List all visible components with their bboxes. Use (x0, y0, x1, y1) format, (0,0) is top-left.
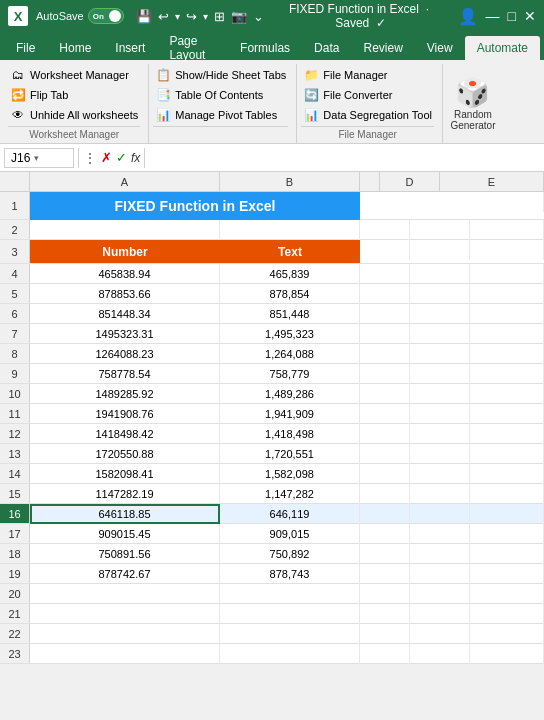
cell-15b[interactable]: 1,147,282 (220, 484, 360, 504)
undo-icon[interactable]: ↩ (158, 9, 169, 24)
insert-function-label[interactable]: fx (131, 151, 140, 165)
cell-3e[interactable] (470, 240, 544, 260)
cell-5b[interactable]: 878,854 (220, 284, 360, 304)
cell-18b[interactable]: 750,892 (220, 544, 360, 564)
name-box-dropdown[interactable]: ▾ (34, 153, 39, 163)
row-number-2: 2 (0, 220, 30, 239)
tab-insert[interactable]: Insert (103, 36, 157, 60)
cell-12b[interactable]: 1,418,498 (220, 424, 360, 444)
autosave-toggle[interactable]: On (88, 8, 124, 24)
header-text[interactable]: Text (220, 240, 360, 263)
cell-7b[interactable]: 1,495,323 (220, 324, 360, 344)
formula-menu-icon[interactable]: ⋮ (83, 150, 97, 166)
formula-input[interactable] (149, 149, 540, 167)
cell-11b[interactable]: 1,941,909 (220, 404, 360, 424)
cell-5a[interactable]: 878853.66 (30, 284, 220, 304)
name-box[interactable]: J16 ▾ (4, 148, 74, 168)
flip-tab-icon: 🔁 (10, 87, 26, 103)
file-converter-label: File Converter (323, 89, 392, 101)
cell-2d[interactable] (410, 220, 470, 240)
cell-19b[interactable]: 878,743 (220, 564, 360, 584)
cell-10a[interactable]: 1489285.92 (30, 384, 220, 404)
table-row: 19 878742.67 878,743 (0, 564, 544, 584)
flip-tab-label: Flip Tab (30, 89, 68, 101)
cell-2c[interactable] (360, 220, 410, 240)
title-bar-right: 👤 — □ ✕ (458, 7, 536, 26)
close-button[interactable]: ✕ (524, 8, 536, 24)
col-header-a[interactable]: A (30, 172, 220, 192)
more-icon[interactable]: ⌄ (253, 9, 264, 24)
cell-9a[interactable]: 758778.54 (30, 364, 220, 384)
autosave-section: AutoSave On (36, 8, 124, 24)
worksheet-manager-button[interactable]: 🗂 Worksheet Manager (8, 66, 140, 84)
col-header-c[interactable] (360, 172, 380, 192)
manage-pivot-button[interactable]: 📊 Manage Pivot Tables (153, 106, 288, 124)
cancel-formula-icon[interactable]: ✗ (101, 150, 112, 165)
flip-tab-button[interactable]: 🔁 Flip Tab (8, 86, 140, 104)
col-header-d[interactable]: D (380, 172, 440, 192)
cell-17a[interactable]: 909015.45 (30, 524, 220, 544)
cell-2b[interactable] (220, 220, 360, 240)
user-icon[interactable]: 👤 (458, 7, 478, 26)
cell-8b[interactable]: 1,264,088 (220, 344, 360, 364)
cell-19a[interactable]: 878742.67 (30, 564, 220, 584)
file-converter-button[interactable]: 🔄 File Converter (301, 86, 434, 104)
cell-empty[interactable] (360, 192, 544, 212)
cell-13a[interactable]: 1720550.88 (30, 444, 220, 464)
title-cell[interactable]: FIXED Function in Excel (30, 192, 360, 220)
data-segregation-button[interactable]: 📊 Data Segregation Tool (301, 106, 434, 124)
camera-icon[interactable]: 📷 (231, 9, 247, 24)
file-manager-button[interactable]: 📁 File Manager (301, 66, 434, 84)
minimize-button[interactable]: — (486, 8, 500, 24)
table-row: 13 1720550.88 1,720,551 (0, 444, 544, 464)
window-title: FIXED Function in Excel · Saved ✓ (272, 2, 450, 30)
tab-home[interactable]: Home (47, 36, 103, 60)
cell-13b[interactable]: 1,720,551 (220, 444, 360, 464)
tab-formulas[interactable]: Formulas (228, 36, 302, 60)
cell-14b[interactable]: 1,582,098 (220, 464, 360, 484)
show-hide-tabs-button[interactable]: 📋 Show/Hide Sheet Tabs (153, 66, 288, 84)
tab-file[interactable]: File (4, 36, 47, 60)
toggle-knob (109, 10, 121, 22)
cell-6a[interactable]: 851448.34 (30, 304, 220, 324)
tab-review[interactable]: Review (351, 36, 414, 60)
cell-10b[interactable]: 1,489,286 (220, 384, 360, 404)
cell-16a[interactable]: 646118.85 (30, 504, 220, 524)
tab-page-layout[interactable]: Page Layout (157, 36, 228, 60)
cell-15a[interactable]: 1147282.19 (30, 484, 220, 504)
cell-3c[interactable] (360, 240, 410, 260)
cell-2e[interactable] (470, 220, 544, 240)
redo-dropdown-icon[interactable]: ▾ (203, 11, 208, 22)
cell-11a[interactable]: 1941908.76 (30, 404, 220, 424)
maximize-button[interactable]: □ (508, 8, 516, 24)
tab-data[interactable]: Data (302, 36, 351, 60)
cell-2a[interactable] (30, 220, 220, 240)
confirm-formula-icon[interactable]: ✓ (116, 150, 127, 165)
cell-12a[interactable]: 1418498.42 (30, 424, 220, 444)
header-number[interactable]: Number (30, 240, 220, 263)
cell-4a[interactable]: 465838.94 (30, 264, 220, 284)
cell-9b[interactable]: 758,779 (220, 364, 360, 384)
cell-18a[interactable]: 750891.56 (30, 544, 220, 564)
tab-automate[interactable]: Automate (465, 36, 540, 60)
redo-icon[interactable]: ↪ (186, 9, 197, 24)
cell-8a[interactable]: 1264088.23 (30, 344, 220, 364)
cell-3d[interactable] (410, 240, 470, 260)
col-header-e[interactable]: E (440, 172, 544, 192)
cell-6b[interactable]: 851,448 (220, 304, 360, 324)
cell-16b[interactable]: 646,119 (220, 504, 360, 524)
cell-7a[interactable]: 1495323.31 (30, 324, 220, 344)
table-of-contents-button[interactable]: 📑 Table Of Contents (153, 86, 288, 104)
grid-icon[interactable]: ⊞ (214, 9, 225, 24)
table-row: 23 (0, 644, 544, 664)
save-icon[interactable]: 💾 (136, 9, 152, 24)
showhide-group-label (153, 126, 288, 143)
cell-14a[interactable]: 1582098.41 (30, 464, 220, 484)
cell-4b[interactable]: 465,839 (220, 264, 360, 284)
tab-view[interactable]: View (415, 36, 465, 60)
undo-dropdown-icon[interactable]: ▾ (175, 11, 180, 22)
unhide-all-button[interactable]: 👁 Unhide All worksheets (8, 106, 140, 124)
cell-17b[interactable]: 909,015 (220, 524, 360, 544)
col-header-b[interactable]: B (220, 172, 360, 192)
formula-bar: J16 ▾ ⋮ ✗ ✓ fx (0, 144, 544, 172)
